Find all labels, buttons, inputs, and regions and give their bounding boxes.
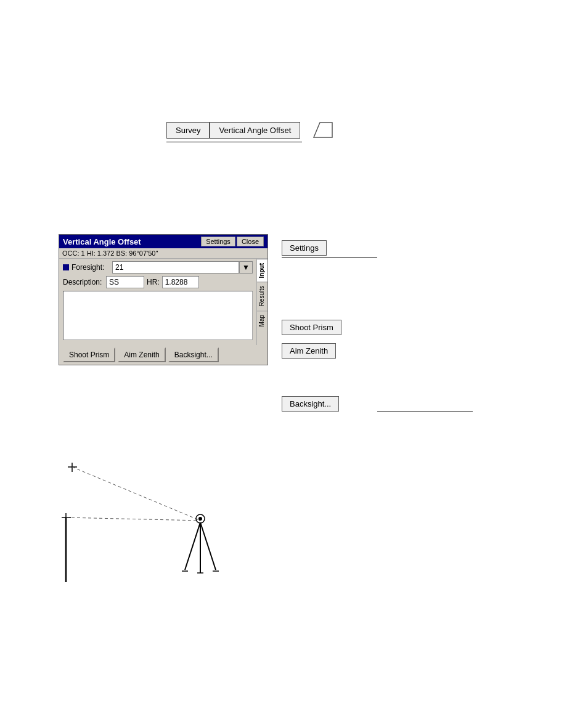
annotation-settings-area: Settings <box>282 240 327 256</box>
annotation-aim-zenith-button[interactable]: Aim Zenith <box>282 343 336 359</box>
description-input[interactable] <box>106 276 144 288</box>
dialog-main-panel: Foresight: ▼ Description: HR: <box>59 259 256 345</box>
annotation-shoot-prism-button[interactable]: Shoot Prism <box>282 320 341 335</box>
dialog-close-button[interactable]: Close <box>237 237 264 246</box>
hr-input[interactable] <box>162 276 199 288</box>
results-area <box>63 291 253 340</box>
annotation-settings-button[interactable]: Settings <box>282 240 327 256</box>
tab-input[interactable]: Input <box>257 259 267 282</box>
dialog-title-buttons: Settings Close <box>201 237 264 246</box>
dialog-title: Vertical Angle Offset <box>63 237 141 246</box>
svg-marker-0 <box>314 123 332 137</box>
description-row: Description: HR: <box>63 276 253 288</box>
annotation-shoot-prism-area: Shoot Prism <box>282 320 341 335</box>
nav-underline <box>166 142 302 142</box>
dialog-body: Foresight: ▼ Description: HR: Input Resu… <box>59 259 267 345</box>
settings-underline <box>282 258 377 258</box>
tab-results[interactable]: Results <box>257 282 267 310</box>
prism-icon <box>311 120 335 140</box>
svg-line-10 <box>185 522 200 570</box>
foresight-input[interactable] <box>112 261 239 274</box>
aim-zenith-button[interactable]: Aim Zenith <box>118 347 165 362</box>
foresight-label: Foresight: <box>71 263 112 272</box>
annotation-aim-zenith-area: Aim Zenith <box>282 343 336 359</box>
vertical-angle-offset-dialog: Vertical Angle Offset Settings Close OCC… <box>59 234 268 365</box>
svg-line-11 <box>200 522 216 570</box>
foresight-dropdown-button[interactable]: ▼ <box>239 261 253 274</box>
description-label: Description: <box>63 278 104 286</box>
svg-point-9 <box>198 517 202 521</box>
diagram-area <box>55 450 302 610</box>
shoot-prism-button[interactable]: Shoot Prism <box>63 347 115 362</box>
backsight-underline <box>377 412 473 412</box>
svg-line-3 <box>72 467 200 521</box>
tab-map[interactable]: Map <box>257 310 267 330</box>
hr-label: HR: <box>147 278 160 286</box>
foresight-indicator <box>63 264 69 270</box>
vertical-angle-offset-button[interactable]: Vertical Angle Offset <box>210 122 300 139</box>
annotation-backsight-area: Backsight... <box>282 396 339 412</box>
dialog-titlebar: Vertical Angle Offset Settings Close <box>59 235 267 248</box>
diagram-svg <box>55 450 302 610</box>
top-nav: Survey Vertical Angle Offset <box>166 120 335 140</box>
dialog-info-bar: OCC: 1 HI: 1.372 BS: 96°07'50" <box>59 248 267 259</box>
svg-line-6 <box>66 517 200 521</box>
backsight-button[interactable]: Backsight... <box>168 347 219 362</box>
dialog-settings-button[interactable]: Settings <box>201 237 235 246</box>
dialog-footer: Shoot Prism Aim Zenith Backsight... <box>59 345 267 365</box>
foresight-row: Foresight: ▼ <box>63 261 253 274</box>
survey-button[interactable]: Survey <box>166 122 210 139</box>
dialog-tabs: Input Results Map <box>256 259 267 345</box>
annotation-backsight-button[interactable]: Backsight... <box>282 396 339 412</box>
